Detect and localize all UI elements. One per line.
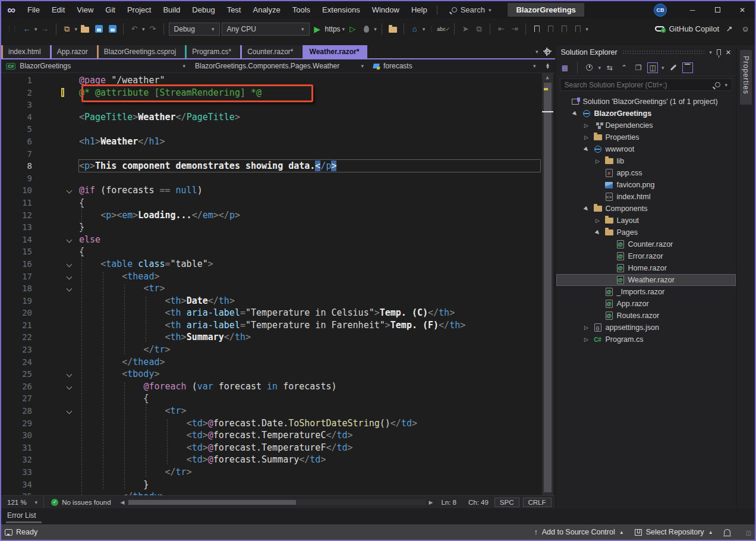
expander-icon[interactable]: ▷ (594, 158, 601, 164)
tab-program.cs[interactable]: Program.cs* (185, 45, 240, 58)
undo-button[interactable]: ↶ (128, 23, 140, 35)
scrollbar-thumb[interactable] (544, 83, 552, 492)
chevron-down-icon[interactable]: ▾ (75, 26, 78, 32)
navigate-forward-button[interactable]: → (39, 23, 51, 35)
code-line-14[interactable]: 14else (1, 234, 555, 246)
code-line-25[interactable]: 25 <tbody> (1, 368, 555, 380)
code-line-7[interactable]: 7 (1, 148, 555, 161)
tree-item-routes.razor[interactable]: @Routes.razor (556, 310, 736, 322)
menu-tools[interactable]: Tools (286, 1, 316, 18)
tree-item-error.razor[interactable]: @Error.razor (556, 250, 736, 262)
fold-collapse-icon[interactable] (67, 261, 73, 267)
code-line-31[interactable]: 31 <td>@forecast.TemperatureF</td> (1, 442, 555, 454)
expander-icon[interactable]: ▷ (594, 218, 601, 224)
pending-changes-filter-button[interactable] (584, 62, 595, 73)
tree-item-blazorgreetings[interactable]: ▶BlazorGreetings (556, 108, 736, 119)
menu-help[interactable]: Help (405, 1, 433, 18)
wrench-icon[interactable] (668, 62, 679, 73)
chevron-down-icon[interactable]: ▾ (342, 26, 345, 32)
previous-bookmark-button[interactable] (544, 23, 556, 35)
select-repository-button[interactable]: Select Repository ▲ (635, 528, 713, 536)
code-line-16[interactable]: 16 <table class="table"> (1, 258, 555, 270)
tree-item-solution-blazorgreetings-1-of-1-project-[interactable]: Solution 'BlazorGreetings' (1 of 1 proje… (556, 96, 736, 108)
tree-item-favicon.png[interactable]: favicon.png (556, 179, 736, 191)
github-copilot-status[interactable]: ✓ GitHub Copilot ↗ ☺ (655, 23, 751, 35)
tab-app.razor[interactable]: App.razor (50, 45, 96, 58)
code-line-15[interactable]: 15{ (1, 246, 555, 258)
toggle-bookmark-button[interactable] (531, 23, 543, 35)
scroll-up-arrow-icon[interactable]: ▲ (542, 73, 553, 81)
line-indicator[interactable]: Ln: 8 (435, 499, 462, 506)
code-line-6[interactable]: 6<h1>Weather</h1> (1, 136, 555, 148)
tree-item-layout[interactable]: ▷Layout (556, 215, 736, 227)
close-icon[interactable]: ✕ (726, 49, 731, 56)
start-debugging-button[interactable]: ▶ (311, 23, 323, 35)
code-line-28[interactable]: 28 <tr> (1, 405, 555, 417)
fold-collapse-icon[interactable] (67, 188, 73, 194)
expander-icon[interactable]: ▶ (571, 109, 580, 118)
fold-collapse-icon[interactable] (67, 273, 73, 279)
toolbar-grip[interactable]: ⋮ (429, 26, 434, 32)
new-project-button[interactable]: ⧉ (61, 23, 73, 35)
add-to-source-control-button[interactable]: ↑ Add to Source Control ▲ (534, 528, 623, 536)
properties-window-button[interactable]: ❐ (633, 62, 644, 73)
browser-link-button[interactable]: ⌂ (409, 23, 421, 35)
account-avatar[interactable]: CB (654, 4, 667, 17)
tree-item-components[interactable]: ▶Components (556, 203, 736, 215)
code-line-23[interactable]: 23 </tr> (1, 344, 555, 356)
code-line-10[interactable]: 10@if (forecasts == null) (1, 184, 555, 197)
comment-selection-button[interactable]: ➤ (459, 23, 471, 35)
tree-item-home.razor[interactable]: @Home.razor (556, 262, 736, 274)
hot-reload-button[interactable] (360, 23, 372, 35)
code-line-24[interactable]: 24 </thead> (1, 356, 555, 369)
chevron-down-icon[interactable]: ▾ (423, 26, 426, 32)
fold-collapse-icon[interactable] (67, 383, 73, 389)
pin-icon[interactable] (717, 49, 721, 55)
spell-checker-button[interactable]: abc✓ (437, 23, 449, 35)
chevron-down-icon[interactable]: ▾ (142, 26, 145, 32)
zoom-control[interactable]: 121 % ▾ (1, 496, 44, 508)
error-list-tab[interactable]: Error List (1, 508, 755, 524)
scroll-right-arrow-icon[interactable]: ▶ (429, 499, 433, 505)
fold-collapse-icon[interactable] (67, 408, 73, 414)
window-position-dropdown[interactable]: ▾ (709, 49, 712, 55)
code-editor[interactable]: 1@page "/weather"2@* @attribute [StreamR… (1, 73, 555, 495)
type-dropdown[interactable]: BlazorGreetings.Components.Pages.Weather… (190, 59, 368, 73)
code-line-19[interactable]: 19 <th>Date</th> (1, 295, 555, 307)
switch-views-button[interactable]: ▩ (560, 62, 571, 73)
minimize-button[interactable]: ─ (680, 1, 705, 18)
fold-collapse-icon[interactable] (67, 237, 73, 243)
tree-item-program.cs[interactable]: ▷C#Program.cs (556, 334, 736, 345)
fold-collapse-icon[interactable] (67, 372, 73, 378)
start-without-debugging-button[interactable]: ▷ (346, 23, 358, 35)
code-line-13[interactable]: 13} (1, 221, 555, 234)
navigate-back-button[interactable]: ← (21, 23, 33, 35)
tree-item-appsettings.json[interactable]: ▷{}appsettings.json (556, 322, 736, 334)
menu-build[interactable]: Build (157, 1, 186, 18)
close-button[interactable]: ✕ (730, 1, 755, 18)
solution-platform-dropdown[interactable]: Any CPU▾ (222, 23, 310, 36)
decrease-indent-button[interactable]: ⇤ (495, 23, 507, 35)
tab-counter.razor[interactable]: Counter.razor* (240, 45, 301, 58)
code-line-30[interactable]: 30 <td>@forecast.TemperatureC</td> (1, 429, 555, 442)
menu-extensions[interactable]: Extensions (316, 1, 366, 18)
tree-item-pages[interactable]: ▶Pages (556, 227, 736, 238)
resize-grip[interactable]: ◫ (746, 530, 751, 536)
find-in-files-button[interactable] (387, 23, 399, 35)
horizontal-scrollbar[interactable]: ◀ ▶ (118, 499, 436, 505)
chevron-down-icon[interactable]: ▾ (374, 26, 377, 32)
member-dropdown[interactable]: forecasts ▾ (368, 59, 541, 73)
spaces-indicator[interactable]: SPC (494, 498, 519, 507)
tab-properties[interactable]: Properties (740, 50, 752, 105)
line-endings-indicator[interactable]: CRLF (523, 498, 552, 507)
open-folder-button[interactable] (79, 23, 91, 35)
clear-bookmarks-button[interactable] (572, 23, 584, 35)
menu-project[interactable]: Project (121, 1, 157, 18)
solution-configuration-dropdown[interactable]: Debug▾ (169, 23, 220, 36)
code-line-34[interactable]: 34 } (1, 479, 555, 491)
share-icon[interactable]: ↗ (723, 23, 735, 35)
solution-search-input[interactable] (565, 81, 710, 89)
save-button[interactable] (93, 23, 105, 35)
code-line-27[interactable]: 27 { (1, 392, 555, 405)
code-line-5[interactable]: 5 (1, 123, 555, 136)
